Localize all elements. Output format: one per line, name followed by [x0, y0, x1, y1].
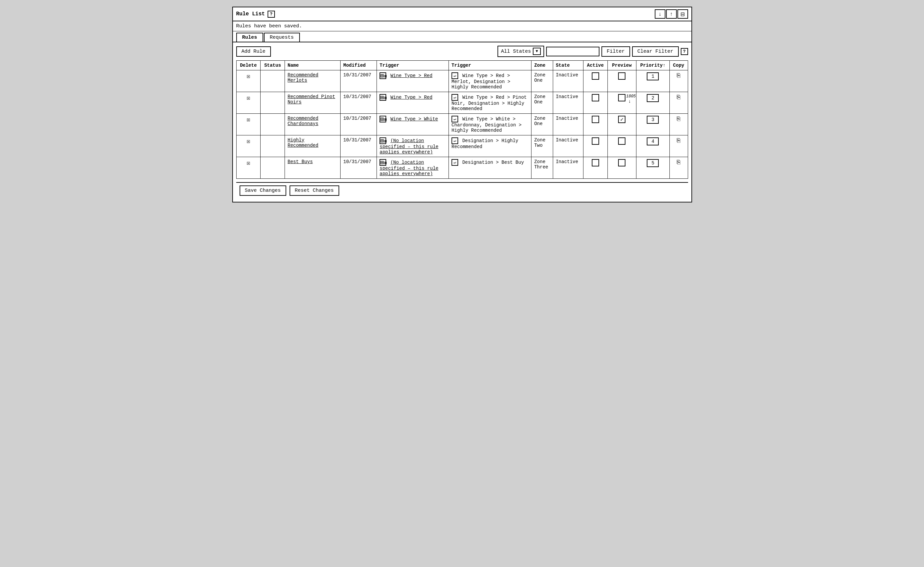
delete-cell-2: ☒: [236, 92, 261, 114]
name-cell-3: Recommended Chardonnays: [285, 114, 340, 135]
modified-date-3: 10/31/2007: [343, 116, 371, 121]
priority-box-1[interactable]: 1: [647, 72, 659, 80]
priority-label: Priority: [640, 63, 663, 68]
active-checkbox-3[interactable]: [592, 116, 599, 123]
title-help-badge[interactable]: ?: [268, 11, 275, 18]
rule-name-link-5[interactable]: Best Buys: [288, 159, 313, 164]
trigger2-arrow-icon-4: ↵: [452, 137, 458, 144]
trigger1-text-2[interactable]: Wine Type > Red: [390, 95, 432, 100]
preview-checkbox-1[interactable]: [618, 72, 626, 80]
add-rule-button[interactable]: Add Rule: [236, 47, 271, 57]
modified-cell-2: 10/31/2007: [340, 92, 377, 114]
tabs-bar: Rules Requests: [233, 32, 692, 42]
trigger1-text-5[interactable]: (No location specified – this rule appli…: [380, 160, 438, 176]
trigger1-cell-1: ⊞ Wine Type > Red: [377, 71, 449, 92]
rules-table: Delete Status Name Modified Trigger Trig…: [236, 60, 688, 179]
trigger1-text-4[interactable]: (No location specified – this rule appli…: [380, 138, 438, 155]
priority-sort-icon[interactable]: ↑: [663, 63, 665, 68]
status-cell-2: [261, 92, 285, 114]
delete-checkbox-3[interactable]: ☒: [239, 116, 258, 123]
saved-message: Rules have been saved.: [233, 21, 692, 32]
trigger2-text-5: Designation > Best Buy: [462, 160, 524, 165]
delete-checkbox-4[interactable]: ☒: [239, 137, 258, 145]
rule-name-link-1[interactable]: Recommended Merlots: [288, 72, 318, 83]
trigger1-grid-icon-1: ⊞: [380, 72, 386, 79]
footer-bar: Save Changes Reset Changes: [236, 182, 688, 199]
priority-box-5[interactable]: 5: [647, 159, 659, 167]
delete-checkbox-2[interactable]: ☒: [239, 94, 258, 101]
trigger1-cell-4: ⊞ (No location specified – this rule app…: [377, 135, 449, 157]
active-cell-2: [583, 92, 608, 114]
trigger2-cell-2: ↵ Wine Type > Red > Pinot Noir, Designat…: [449, 92, 531, 114]
tab-rules[interactable]: Rules: [236, 33, 263, 42]
rule-name-link-4[interactable]: Highly Recommended: [288, 137, 318, 148]
preview-checkbox-2[interactable]: [618, 94, 626, 101]
trigger2-cell-1: ↵ Wine Type > Red > Merlot, Designation …: [449, 71, 531, 92]
header-priority: Priority↑: [636, 61, 669, 71]
tab-requests[interactable]: Requests: [264, 33, 300, 42]
preview-checkbox-3[interactable]: ✓: [618, 116, 626, 123]
priority-cell-2: 2: [636, 92, 669, 114]
filter-group: All States ▼ Filter Clear Filter ?: [498, 46, 688, 57]
reset-changes-button[interactable]: Reset Changes: [290, 185, 339, 196]
header-trigger1: Trigger: [377, 61, 449, 71]
preview-checkbox-5[interactable]: [618, 159, 626, 167]
title-bar-right: ↓ ↑ ⊟: [655, 9, 688, 19]
delete-cell-3: ☒: [236, 114, 261, 135]
filter-button[interactable]: Filter: [602, 47, 630, 57]
trigger1-text-1[interactable]: Wine Type > Red: [390, 73, 432, 78]
trigger2-text-3: Wine Type > White > Chardonnay, Designat…: [452, 116, 522, 133]
trigger2-text-4: Designation > Highly Recommended: [452, 138, 518, 149]
active-checkbox-5[interactable]: [592, 159, 599, 167]
table-row: ☒ Best Buys 10/31/2007 ⊞ (No location sp…: [236, 157, 688, 179]
priority-box-3[interactable]: 3: [647, 116, 659, 124]
delete-cell-1: ☒: [236, 71, 261, 92]
copy-icon-4[interactable]: ⎘: [677, 137, 680, 144]
modified-cell-5: 10/31/2007: [340, 157, 377, 179]
active-checkbox-4[interactable]: [592, 137, 599, 145]
name-cell-4: Highly Recommended: [285, 135, 340, 157]
preview-cell-2: 1805 ↓: [608, 92, 636, 114]
state-cell-1: Inactive: [553, 71, 583, 92]
scroll-down-button[interactable]: ↓: [655, 9, 665, 19]
name-cell-2: Recommended Pinot Noirs: [285, 92, 340, 114]
filter-input[interactable]: [546, 47, 600, 56]
zone-2: Zone One: [534, 94, 546, 105]
save-changes-button[interactable]: Save Changes: [240, 185, 286, 196]
copy-icon-2[interactable]: ⎘: [677, 94, 680, 101]
header-preview: Preview: [608, 61, 636, 71]
table-row: ☒ Recommended Merlots 10/31/2007 ⊞ Wine …: [236, 71, 688, 92]
copy-icon-1[interactable]: ⎘: [677, 72, 680, 79]
delete-checkbox-5[interactable]: ☒: [239, 159, 258, 167]
toolbar: Add Rule All States ▼ Filter Clear Filte…: [236, 46, 688, 57]
content-area: Add Rule All States ▼ Filter Clear Filte…: [233, 42, 692, 202]
preview-arrow-2: ↓: [628, 99, 631, 104]
rule-name-link-2[interactable]: Recommended Pinot Noirs: [288, 94, 335, 105]
preview-checkbox-4[interactable]: [618, 137, 626, 145]
active-checkbox-2[interactable]: [592, 94, 599, 101]
priority-cell-4: 4: [636, 135, 669, 157]
scroll-up-button[interactable]: ↑: [666, 9, 677, 19]
delete-checkbox-1[interactable]: ☒: [239, 72, 258, 80]
copy-icon-3[interactable]: ⎘: [677, 116, 680, 122]
filter-help-badge[interactable]: ?: [681, 48, 688, 55]
save-window-button[interactable]: ⊟: [677, 9, 688, 19]
header-delete: Delete: [236, 61, 261, 71]
header-active: Active: [583, 61, 608, 71]
state-cell-5: Inactive: [553, 157, 583, 179]
trigger2-arrow-icon-1: ↵: [452, 72, 458, 79]
dropdown-arrow-icon[interactable]: ▼: [533, 48, 540, 55]
rule-name-link-3[interactable]: Recommended Chardonnays: [288, 116, 318, 126]
modified-date-4: 10/31/2007: [343, 137, 371, 143]
name-cell-5: Best Buys: [285, 157, 340, 179]
priority-box-4[interactable]: 4: [647, 137, 659, 146]
priority-box-2[interactable]: 2: [647, 94, 659, 102]
active-checkbox-1[interactable]: [592, 72, 599, 80]
copy-icon-5[interactable]: ⎘: [677, 159, 680, 166]
zone-cell-3: Zone One: [531, 114, 553, 135]
state-select[interactable]: All States ▼: [498, 46, 544, 57]
zone-cell-5: Zone Three: [531, 157, 553, 179]
clear-filter-button[interactable]: Clear Filter: [632, 47, 679, 57]
trigger2-arrow-icon-5: ↵: [452, 159, 458, 166]
trigger1-text-3[interactable]: Wine Type > White: [390, 116, 438, 122]
